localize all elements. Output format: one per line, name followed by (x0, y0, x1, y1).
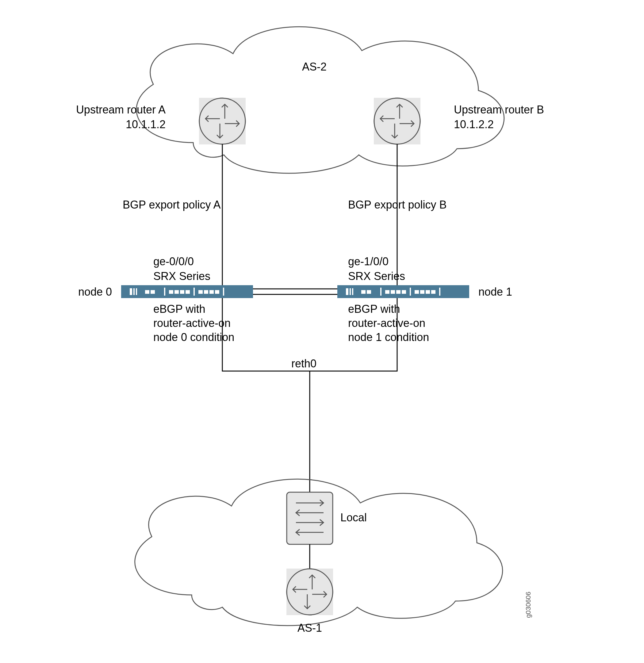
reth-label: reth0 (291, 357, 317, 370)
node0-ebgp-2: router-active-on (153, 317, 231, 329)
node0-ebgp-1: eBGP with (153, 303, 205, 315)
srx-node0-icon (121, 285, 253, 298)
switch-local-label: Local (340, 511, 367, 524)
router-b-label-line1: Upstream router B (454, 104, 544, 116)
cloud-as1-title: AS-1 (297, 622, 322, 634)
node1-ebgp-2: router-active-on (348, 317, 426, 329)
node1-series: SRX Series (348, 270, 405, 282)
router-a-label-line2: 10.1.1.2 (126, 118, 166, 131)
router-b-icon (374, 98, 420, 144)
node0-series: SRX Series (153, 270, 210, 282)
router-b-label-line2: 10.1.2.2 (454, 118, 494, 131)
network-diagram: AS-2 Upstream router A 10.1.1.2 Upstream… (0, 0, 644, 663)
node1-ebgp-3: node 1 condition (348, 331, 429, 343)
node0-iface: ge-0/0/0 (153, 255, 194, 268)
node1-iface: ge-1/0/0 (348, 255, 389, 268)
link-b-policy-label: BGP export policy B (348, 199, 447, 211)
router-a-icon (199, 98, 246, 144)
cloud-as2 (136, 27, 504, 173)
router-a-label-line1: Upstream router A (76, 104, 166, 116)
link-a-policy-label: BGP export policy A (123, 199, 221, 211)
node1-ebgp-1: eBGP with (348, 303, 400, 315)
node1-label: node 1 (478, 285, 512, 298)
switch-local-icon (287, 492, 333, 544)
srx-node1-icon (337, 285, 469, 298)
node0-label: node 0 (78, 285, 112, 298)
cloud-as2-title: AS-2 (302, 61, 327, 73)
router-as1-icon (286, 569, 333, 615)
image-id-label: g030606 (524, 592, 532, 618)
